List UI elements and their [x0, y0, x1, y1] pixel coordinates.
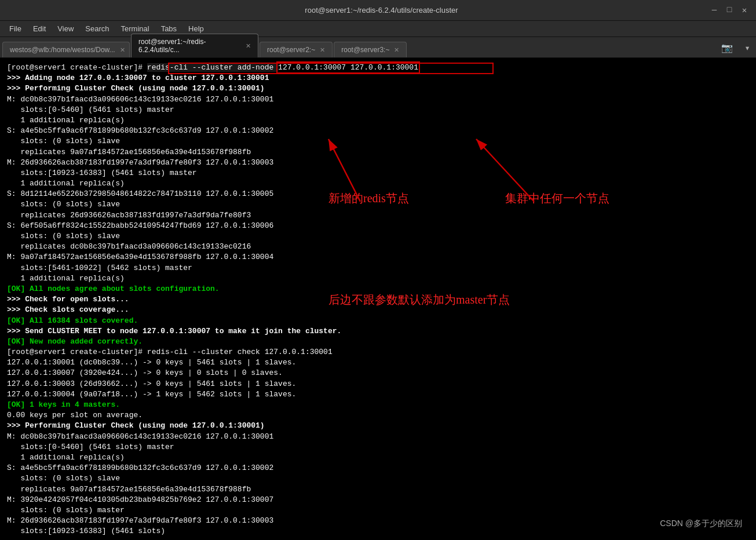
- menu-terminal[interactable]: Terminal: [116, 23, 154, 35]
- tab-server2[interactable]: root@server2:~ ✕: [260, 42, 333, 57]
- tab-server3-label: root@server3:~: [341, 46, 389, 54]
- line-ok1: [OK] All nodes agree about slots configu…: [7, 284, 749, 294]
- tab-westos[interactable]: westos@wlb:/home/westos/Dow... ✕: [2, 42, 130, 57]
- tab-server3[interactable]: root@server3:~ ✕: [334, 42, 407, 57]
- line-ok2: [OK] All 16384 slots covered.: [7, 316, 749, 326]
- watermark: CSDN @多于少的区别: [660, 518, 742, 530]
- line-check-slots: >>> Check slots coverage...: [7, 305, 749, 315]
- line-replica1: 1 additional replica(s): [7, 115, 749, 126]
- terminal[interactable]: [root@server1 create-cluster]# redis-cli…: [0, 58, 756, 540]
- line-slots-s4: slots: (0 slots) slave: [7, 473, 749, 484]
- line-m4: M: dc0b8c397b1faacd3a096606c143c19133ec0…: [7, 432, 749, 442]
- line-performing1: >>> Performing Cluster Check (using node…: [7, 83, 749, 94]
- line-adding: >>> Adding node 127.0.0.1:30007 to clust…: [7, 73, 749, 83]
- line-m3: M: 9a07af184572ae156856e6a39e4d153678f98…: [7, 252, 749, 262]
- line-s4: S: a4e5bc5ffa9ac6f781899b680b132fc3c6c63…: [7, 463, 749, 473]
- line-slots4: slots:[0-5460] (5461 slots) master: [7, 442, 749, 453]
- line-node1: 127.0.0.1:30001 (dc0b8c39...) -> 0 keys …: [7, 357, 749, 368]
- line-send-meet: >>> Send CLUSTER MEET to node 127.0.0.1:…: [7, 326, 749, 337]
- line-rep-s1: replicates 9a07af184572ae156856e6a39e4d1…: [7, 147, 749, 158]
- tab-server2-label: root@server2:~: [267, 46, 315, 54]
- menu-search[interactable]: Search: [81, 23, 114, 35]
- line-ok3: [OK] New node added correctly.: [7, 337, 749, 347]
- line-slots1: slots:[0-5460] (5461 slots) master: [7, 105, 749, 115]
- line-m5: M: 3920e4242057f04c410305db23bab94825b76…: [7, 495, 749, 505]
- tab-server2-close[interactable]: ✕: [320, 46, 325, 54]
- tab-dropdown-button[interactable]: ▾: [741, 41, 754, 55]
- line-ok4: [OK] 1 keys in 4 masters.: [7, 400, 749, 410]
- line-node3: 127.0.0.1:30003 (26d93662...) -> 0 keys …: [7, 379, 749, 389]
- tab-server1-label: root@server1:~/redis-6.2.4/utils/c...: [138, 38, 241, 54]
- line-command2: [root@server1 create-cluster]# redis-cli…: [7, 347, 749, 357]
- close-button[interactable]: ✕: [740, 5, 749, 15]
- line-m6: M: 26d936626acb387183fd1997e7a3df9da7fe8…: [7, 516, 749, 526]
- line-rep-s3: replicates dc0b8c397b1faacd3a096606c143c…: [7, 242, 749, 252]
- line-m1: M: dc0b8c397b1faacd3a096606c143c19133ec0…: [7, 94, 749, 105]
- line-slots6: slots:[10923-16383] (5461 slots): [7, 526, 749, 537]
- line-rep-s4: replicates 9a07af184572ae156856e6a39e4d1…: [7, 484, 749, 495]
- line-m2: M: 26d936626acb387183fd1997e7a3df9da7fe8…: [7, 158, 749, 168]
- line-slots2: slots:[10923-16383] (5461 slots) master: [7, 168, 749, 178]
- line-node4: 127.0.0.1:30004 (9a07af18...) -> 1 keys …: [7, 389, 749, 400]
- tab-server1[interactable]: root@server1:~/redis-6.2.4/utils/c... ✕: [131, 34, 258, 57]
- line-replica3: 1 additional replica(s): [7, 273, 749, 284]
- tab-server3-close[interactable]: ✕: [394, 46, 399, 54]
- menu-view[interactable]: View: [53, 23, 78, 35]
- line-rep-s2: replicates 26d936626acb387183fd1997e7a3d…: [7, 210, 749, 221]
- line-s3: S: 6ef505a6ff8324c15522babb52410954247fb…: [7, 221, 749, 231]
- line-node2: 127.0.0.1:30007 (3920e424...) -> 0 keys …: [7, 368, 749, 378]
- line-replica2: 1 additional replica(s): [7, 178, 749, 189]
- line-slots-s1: slots: (0 slots) slave: [7, 136, 749, 147]
- line-slots3: slots:[5461-10922] (5462 slots) master: [7, 263, 749, 273]
- menu-help[interactable]: Help: [184, 23, 209, 35]
- tab-westos-close[interactable]: ✕: [120, 46, 125, 54]
- line-check-open: >>> Check for open slots...: [7, 294, 749, 305]
- menu-edit[interactable]: Edit: [28, 23, 50, 35]
- window-title: root@server1:~/redis-6.2.4/utils/create-…: [53, 6, 710, 14]
- minimize-button[interactable]: —: [710, 5, 719, 15]
- maximize-button[interactable]: □: [725, 5, 734, 15]
- terminal-line-command: [root@server1 create-cluster]# redis-cli…: [7, 63, 749, 73]
- menu-tabs[interactable]: Tabs: [156, 23, 181, 35]
- line-s2: S: 8d12114e65226b372985048614822c78471b3…: [7, 189, 749, 199]
- tab-westos-label: westos@wlb:/home/westos/Dow...: [10, 46, 115, 54]
- menu-file[interactable]: File: [5, 23, 26, 35]
- screenshot-button[interactable]: 📷: [718, 41, 736, 55]
- line-slots-s3: slots: (0 slots) slave: [7, 231, 749, 242]
- line-slots-s2: slots: (0 slots) slave: [7, 199, 749, 210]
- tab-end-controls: 📷 ▾: [718, 41, 754, 57]
- menubar: File Edit View Search Terminal Tabs Help: [0, 21, 756, 37]
- window-controls[interactable]: — □ ✕: [710, 5, 749, 15]
- titlebar: root@server1:~/redis-6.2.4/utils/create-…: [0, 0, 756, 21]
- line-performing2: >>> Performing Cluster Check (using node…: [7, 421, 749, 431]
- tabbar: westos@wlb:/home/westos/Dow... ✕ root@se…: [0, 37, 756, 58]
- tab-server1-close[interactable]: ✕: [246, 42, 251, 50]
- line-replica4: 1 additional replica(s): [7, 453, 749, 463]
- line-s1: S: a4e5bc5ffa9ac6f781899b680b132fc3c6c63…: [7, 126, 749, 136]
- line-slots5: slots: (0 slots) master: [7, 505, 749, 516]
- line-keys-avg: 0.00 keys per slot on average.: [7, 410, 749, 421]
